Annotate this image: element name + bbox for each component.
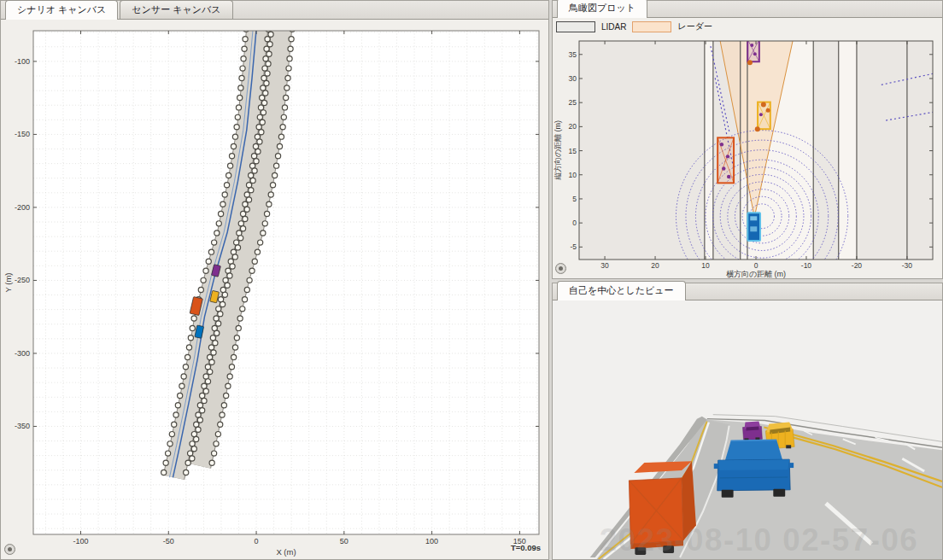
- svg-text:-5: -5: [570, 242, 577, 251]
- svg-text:10: 10: [569, 171, 577, 179]
- svg-text:0: 0: [754, 261, 758, 270]
- radar-legend-label: レーダー: [677, 20, 712, 32]
- svg-text:25: 25: [569, 98, 577, 107]
- svg-text:-300: -300: [15, 349, 30, 358]
- svg-text:100: 100: [425, 537, 438, 545]
- y-axis-label: 縦方向の距離 (m): [554, 120, 562, 180]
- svg-text:30: 30: [600, 261, 609, 270]
- detection-dot: [720, 143, 723, 146]
- detection-dot: [726, 155, 729, 158]
- svg-text:10: 10: [701, 261, 710, 270]
- bev-legend: LIDAR レーダー: [553, 18, 942, 35]
- ego-car[interactable]: [747, 213, 760, 241]
- app-window: シナリオ キャンバス センサー キャンバス -100-50050100150-1…: [0, 0, 943, 560]
- svg-text:0: 0: [255, 537, 259, 545]
- detection-dot: [753, 52, 757, 55]
- view-control-icon[interactable]: [555, 263, 566, 274]
- simulation-time-label: T=0.09s: [511, 543, 541, 552]
- bird-eye-plot[interactable]: 3020100-10-20-3035302520151050-5横方向の距離 (…: [553, 1, 942, 278]
- tab-scenario-canvas[interactable]: シナリオ キャンバス: [5, 0, 118, 20]
- detection-dot: [722, 166, 725, 170]
- svg-text:-200: -200: [15, 203, 30, 212]
- x-axis-label: 横方向の距離 (m): [726, 270, 786, 278]
- ego-tabbar: 自己を中心としたビュー: [553, 283, 942, 300]
- lidar-legend-label: LIDAR: [601, 22, 626, 32]
- lidar-legend-swatch: [556, 21, 595, 32]
- ego-chase-view[interactable]: 2023-08-10 02-57-06: [553, 300, 942, 559]
- svg-text:-150: -150: [15, 130, 30, 138]
- car-purple[interactable]: [747, 39, 759, 61]
- tab-bird-eye-plot[interactable]: 鳥瞰図プロット: [557, 0, 647, 18]
- svg-text:-50: -50: [163, 537, 174, 545]
- svg-text:0: 0: [572, 219, 577, 227]
- svg-text:-20: -20: [852, 261, 863, 270]
- svg-text:5: 5: [572, 195, 577, 203]
- scenario-tabbar: シナリオ キャンバス センサー キャンバス: [1, 1, 548, 20]
- detection-dot: [761, 102, 766, 107]
- svg-text:-100: -100: [15, 57, 30, 66]
- svg-text:-100: -100: [73, 537, 88, 545]
- x-axis-label: X (m): [276, 547, 296, 557]
- detection-dot: [747, 60, 753, 65]
- svg-text:-250: -250: [15, 276, 30, 284]
- detection-dot: [759, 113, 763, 116]
- svg-text:20: 20: [569, 122, 577, 131]
- detection-dot: [727, 175, 730, 178]
- timestamp-watermark: 2023-08-10 02-57-06: [600, 522, 919, 557]
- tab-ego-view-label: 自己を中心としたビュー: [569, 285, 674, 295]
- road-surface: [705, 41, 713, 260]
- svg-text:30: 30: [569, 74, 577, 83]
- svg-text:35: 35: [569, 50, 577, 59]
- svg-text:50: 50: [340, 537, 348, 545]
- tab-sensor-canvas-label: センサー キャンバス: [132, 4, 220, 15]
- y-axis-label: Y (m): [3, 272, 13, 292]
- tab-sensor-canvas[interactable]: センサー キャンバス: [120, 0, 232, 19]
- scenario-plot[interactable]: -100-50050100150-100-150-200-250-300-350…: [1, 20, 548, 560]
- bev-tabbar: 鳥瞰図プロット: [553, 1, 942, 18]
- detection-dot: [766, 108, 770, 113]
- radar-legend-swatch: [632, 21, 671, 32]
- svg-text:-30: -30: [902, 261, 913, 270]
- svg-text:20: 20: [651, 261, 659, 270]
- tab-ego-view[interactable]: 自己を中心としたビュー: [557, 281, 686, 300]
- svg-text:-10: -10: [801, 261, 812, 270]
- tab-scenario-canvas-label: シナリオ キャンバス: [17, 4, 106, 15]
- ego-car-3d[interactable]: [725, 440, 783, 461]
- svg-text:-350: -350: [15, 422, 30, 430]
- bird-eye-panel: 3020100-10-20-3035302520151050-5横方向の距離 (…: [552, 0, 943, 279]
- svg-text:15: 15: [569, 147, 577, 155]
- detection-dot: [755, 126, 760, 131]
- ego-view-panel: 自己を中心としたビュー 2023-08-10 02-57-06: [552, 283, 943, 560]
- detection-dot: [750, 44, 753, 47]
- tab-bird-eye-plot-label: 鳥瞰図プロット: [569, 3, 636, 13]
- view-control-icon[interactable]: [4, 544, 15, 555]
- scenario-panel: シナリオ キャンバス センサー キャンバス -100-50050100150-1…: [0, 0, 549, 560]
